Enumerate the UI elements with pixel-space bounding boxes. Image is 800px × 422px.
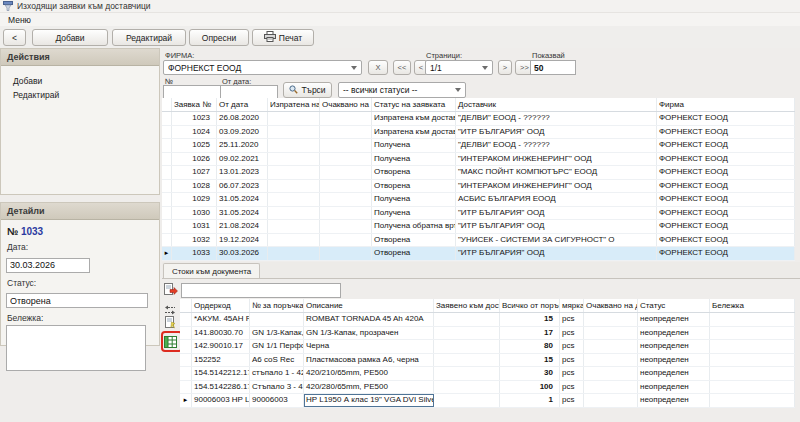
grid-cell[interactable]: Отворена [372, 234, 456, 247]
table-row[interactable]: 102713.01.2023Отворена"МАКС ПОЙНТ КОМПЮТ… [162, 166, 795, 180]
grid-cell[interactable]: Изпратена към доставчика [372, 126, 456, 139]
grid-cell[interactable]: ROMBAT TORNADA 45 Ah 420A [304, 313, 434, 326]
grid-cell[interactable]: "МАКС ПОЙНТ КОМПЮТЪРС" ЕООД [456, 166, 657, 179]
export-document-icon[interactable] [164, 282, 178, 300]
grid-cell[interactable]: 1 [500, 394, 560, 407]
grid-cell[interactable] [710, 394, 795, 407]
table-row[interactable]: 152252А6 coS RecПластмасова рамка А6, че… [180, 354, 795, 368]
grid-cell[interactable]: "ИНТЕРАКОМ ИНЖЕНЕРИНГ" ООД [456, 180, 657, 193]
grid-cell[interactable] [320, 234, 372, 247]
grid-cell[interactable] [320, 207, 372, 220]
grid-cell[interactable] [710, 354, 795, 367]
grid-cell[interactable]: 90006003 HP L 1950 [192, 394, 250, 407]
grid-cell[interactable] [268, 112, 320, 125]
grid-cell[interactable] [710, 327, 795, 340]
grid-cell[interactable]: "ИТР БЪЛГАРИЯ" ООД [456, 207, 657, 220]
table-row[interactable]: 102326.08.2020Изпратена към доставчика"Д… [162, 112, 795, 126]
grid-cell[interactable]: "ДЕЛВИ" ЕООД - ?????? [456, 139, 657, 152]
grid-cell[interactable]: 80 [500, 340, 560, 353]
grid-cell[interactable] [268, 126, 320, 139]
grid-cell[interactable] [584, 313, 638, 326]
grid-cell[interactable] [268, 193, 320, 206]
grid-cell[interactable]: Изпратена към доставчика [372, 112, 456, 125]
grid-cell[interactable]: 09.02.2021 [217, 153, 268, 166]
grid-cell[interactable]: "ИНТЕРАКОМ ИНЖЕНЕРИНГ" ООД [456, 153, 657, 166]
grid-cell[interactable] [434, 394, 500, 407]
grid-cell[interactable] [268, 220, 320, 233]
grid-cell[interactable] [320, 112, 372, 125]
grid-cell[interactable] [584, 327, 638, 340]
grid-cell[interactable]: неопределен [638, 354, 710, 367]
grid-cell[interactable] [434, 354, 500, 367]
column-header[interactable]: мярка [560, 299, 584, 312]
grid-cell[interactable]: неопределен [638, 313, 710, 326]
grid-cell[interactable]: ФОРНЕКСТ ЕООД [657, 207, 795, 220]
grid-cell[interactable]: Получена обратна връзка [372, 220, 456, 233]
grid-cell[interactable]: Получена [372, 153, 456, 166]
grid-cell[interactable]: Отворена [372, 247, 456, 260]
table-row[interactable]: 102525.11.2020Получена"ДЕЛВИ" ЕООД - ???… [162, 139, 795, 153]
grid-cell[interactable] [268, 234, 320, 247]
page-select[interactable]: 1/1 [425, 60, 493, 75]
grid-cell[interactable]: 1032 [172, 234, 217, 247]
clear-company-button[interactable]: X [368, 60, 388, 75]
grid-cell[interactable]: *АКУМ. 45АН ROMBA [192, 313, 250, 326]
grid-cell[interactable] [434, 367, 500, 380]
status-input[interactable] [6, 293, 148, 308]
table-row[interactable]: 102806.07.2023Отворена"ИНТЕРАКОМ ИНЖЕНЕР… [162, 180, 795, 194]
table-row[interactable]: 102609.02.2021Получена"ИНТЕРАКОМ ИНЖЕНЕР… [162, 153, 795, 167]
column-header[interactable]: Статус на заявката [372, 98, 456, 111]
grid-cell[interactable]: 1023 [172, 112, 217, 125]
tab-document-items[interactable]: Стоки към документа [163, 263, 260, 278]
grid-cell[interactable]: 152252 [192, 354, 250, 367]
refresh-button[interactable]: Опресни [189, 29, 249, 46]
grid-cell[interactable] [584, 394, 638, 407]
back-button[interactable]: < [3, 29, 26, 46]
column-header[interactable]: Бележка [710, 299, 795, 312]
grid-cell[interactable] [320, 126, 372, 139]
grid-cell[interactable]: 26.08.2020 [217, 112, 268, 125]
note-textarea[interactable] [6, 325, 146, 371]
grid-cell[interactable]: pcs [560, 327, 584, 340]
action-add-link[interactable]: Добави [1, 74, 159, 88]
grid-cell[interactable]: "ДЕЛВИ" ЕООД - ?????? [456, 112, 657, 125]
table-row[interactable]: 102931.05.2024ПолученаАСБИС БЪЛГАРИЯ ЕОО… [162, 193, 795, 207]
grid-cell[interactable]: ФОРНЕКСТ ЕООД [657, 153, 795, 166]
grid-cell[interactable] [710, 313, 795, 326]
grid-cell[interactable]: 25.11.2020 [217, 139, 268, 152]
search-button[interactable]: Търси [283, 82, 332, 98]
grid-cell[interactable] [268, 166, 320, 179]
grid-cell[interactable]: "ИТР БЪЛГАРИЯ" ООД [456, 247, 657, 260]
add-button[interactable]: Добави [32, 29, 108, 46]
grid-cell[interactable]: pcs [560, 340, 584, 353]
grid-cell[interactable]: 13.01.2023 [217, 166, 268, 179]
table-row[interactable]: ►90006003 HP L 195090006003HP L1950 А кл… [180, 394, 795, 408]
grid-cell[interactable]: ФОРНЕКСТ ЕООД [657, 112, 795, 125]
grid-cell[interactable]: pcs [560, 381, 584, 394]
grid-cell[interactable]: "ИТР БЪЛГАРИЯ" ООД [456, 126, 657, 139]
column-header[interactable]: Заявено към доставчик [434, 299, 500, 312]
grid-cell[interactable]: ФОРНЕКСТ ЕООД [657, 193, 795, 206]
grid-cell[interactable]: 30.03.2026 [217, 247, 268, 260]
column-header[interactable]: Заявка № [172, 98, 217, 111]
grid-cell[interactable]: GN 1/3-Капак, про [250, 327, 304, 340]
grid-cell[interactable]: 154.5142212.17 [192, 367, 250, 380]
table-row[interactable]: 103219.12.2024Отворена"УНИСЕК - СИСТЕМИ … [162, 234, 795, 248]
grid-cell[interactable]: 1025 [172, 139, 217, 152]
grid-cell[interactable] [584, 381, 638, 394]
grid-cell[interactable]: ФОРНЕКСТ ЕООД [657, 139, 795, 152]
grid-cell[interactable] [320, 247, 372, 260]
grid-cell[interactable]: неопределен [638, 340, 710, 353]
grid-cell[interactable] [320, 180, 372, 193]
grid-cell[interactable]: 1028 [172, 180, 217, 193]
print-button[interactable]: Печат [252, 29, 314, 46]
table-row[interactable]: 141.80030.70GN 1/3-Капак, проGN 1/3-Капа… [180, 327, 795, 341]
table-row[interactable]: ►103330.03.2026Отворена"ИТР БЪЛГАРИЯ" ОО… [162, 247, 795, 261]
grid-cell[interactable]: 1027 [172, 166, 217, 179]
grid-cell[interactable] [434, 340, 500, 353]
grid-cell[interactable]: pcs [560, 313, 584, 326]
grid-cell[interactable]: неопределен [638, 394, 710, 407]
grid-cell[interactable] [320, 153, 372, 166]
grid-cell[interactable] [434, 381, 500, 394]
grid-cell[interactable]: 141.80030.70 [192, 327, 250, 340]
